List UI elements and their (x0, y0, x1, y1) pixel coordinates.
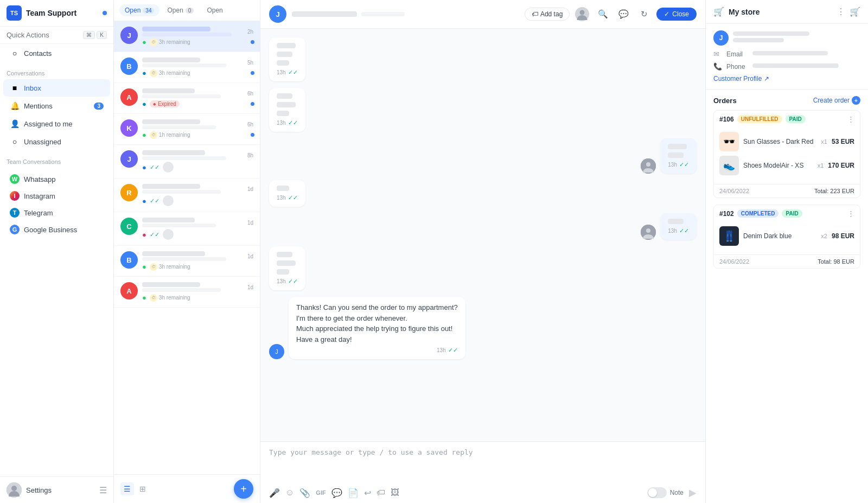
svg-point-1 (11, 486, 17, 491)
conv-item-7[interactable]: C 1d ● ✓✓ (114, 212, 260, 246)
settings-icon[interactable]: ☰ (99, 485, 107, 495)
attach-icon[interactable]: 📎 (299, 488, 310, 498)
create-order-dot: + (852, 96, 860, 105)
conv-item-6[interactable]: R 1d ● ✓✓ (114, 179, 260, 212)
checkmark-icon: ✓ (664, 10, 669, 18)
unassigned-icon: ○ (10, 137, 20, 147)
orders-header: Orders Create order + (713, 96, 860, 105)
create-order-button[interactable]: Create order + (813, 96, 860, 105)
channels-section: W Whatsapp I Instagram T Telegram G Goog… (0, 167, 113, 241)
svg-point-5 (646, 162, 650, 167)
send-button[interactable]: ▶ (689, 487, 697, 499)
contact-avatar-btn[interactable] (574, 6, 590, 22)
sidebar-item-whatsapp[interactable]: W Whatsapp (3, 171, 110, 187)
order-item-shoes: 👟 Shoes ModelAir - XS x1 170 EUR (719, 156, 854, 175)
app-logo: TS (7, 5, 22, 21)
grid-view-btn[interactable]: ⊞ (136, 482, 149, 495)
team-conversations-label: Team Conversations (0, 154, 113, 167)
message-row-3: 13h ✓✓ (269, 138, 697, 174)
message-bubble-1: 13h ✓✓ (269, 37, 305, 81)
agent-avatar-msg-5 (641, 225, 656, 240)
sidebar-item-google[interactable]: G Google Business (3, 221, 110, 238)
sidebar-footer: Settings ☰ (0, 476, 113, 503)
chat-note-icon[interactable]: 💬 (331, 488, 342, 498)
unread-indicator-2 (251, 71, 254, 75)
close-button[interactable]: ✓ Close (656, 8, 697, 21)
conv-item-1[interactable]: J 2h ● ⏱ 3h remaining (114, 21, 260, 52)
order-number-102: #102 (719, 210, 734, 218)
view-toggle: ☰ ⊞ (120, 482, 149, 495)
panel-cart-icon[interactable]: 🛒 (850, 7, 860, 17)
sidebar-item-inbox[interactable]: ■ Inbox (3, 79, 110, 97)
phone-label: Phone (726, 63, 748, 71)
order-items-106: 🕶️ Sun Glasses - Dark Red x1 53 EUR 👟 Sh… (714, 128, 860, 184)
phone-icon: 📞 (713, 62, 722, 71)
message-bubble-5: 13h ✓✓ (660, 213, 697, 240)
tab-open-0[interactable]: Open 0 (162, 4, 199, 16)
shoes-price: 170 EUR (828, 162, 854, 169)
chat-contact-avatar: J (269, 5, 286, 23)
conv-status-8: ⏱ 3h remaining (150, 263, 190, 271)
unread-indicator-3 (251, 102, 254, 106)
chat-input-area: 🎤 ☺ 📎 GIF 💬 📄 ↩ 🏷 🖼 Note ▶ (260, 441, 705, 503)
tab-open-3[interactable]: Open (201, 4, 228, 16)
message-input[interactable] (269, 448, 697, 481)
denim-price: 98 EUR (832, 232, 854, 240)
note-switch[interactable] (647, 487, 667, 498)
conv-item-4[interactable]: K 6h ● ⏱ 1h remaining (114, 114, 260, 145)
panel-menu-btn[interactable]: ⋮ (837, 7, 845, 17)
sidebar-item-contacts[interactable]: ○ Contacts (3, 44, 110, 62)
reply-icon[interactable]: ↩ (364, 488, 371, 498)
search-button[interactable]: 🔍 (595, 6, 611, 22)
list-view-btn[interactable]: ☰ (120, 482, 134, 495)
add-tag-button[interactable]: 🏷 Add tag (525, 8, 570, 21)
gif-icon[interactable]: GIF (316, 489, 326, 496)
sidebar-item-mentions[interactable]: 🔔 Mentions 3 (3, 97, 110, 114)
orders-section: Orders Create order + #106 UNFULFILLED P… (706, 90, 868, 282)
customer-profile-link[interactable]: Customer Profile ↗ (713, 75, 860, 82)
shoes-qty: x1 (818, 162, 824, 169)
order-footer-106: 24/06/2022 Total: 223 EUR (714, 184, 860, 198)
order-payment-106: PAID (786, 115, 806, 123)
tab-open-34[interactable]: Open 34 (119, 4, 159, 16)
denim-img: 👖 (719, 226, 739, 246)
conv-item-5[interactable]: J 8h ● ✓✓ (114, 145, 260, 179)
quick-actions-label: Quick Actions (7, 31, 49, 39)
conv-avatar-4: K (120, 119, 138, 137)
file-icon[interactable]: 📄 (348, 488, 359, 498)
refresh-button[interactable]: ↻ (636, 6, 652, 22)
sidebar-item-unassigned[interactable]: ○ Unassigned (3, 133, 110, 150)
message-row-2: 13h ✓✓ (269, 88, 697, 132)
sidebar-item-instagram[interactable]: I Instagram (3, 188, 110, 204)
sidebar-item-telegram[interactable]: T Telegram (3, 205, 110, 221)
order-item-sunglasses: 🕶️ Sun Glasses - Dark Red x1 53 EUR (719, 132, 854, 151)
sidebar-item-assigned[interactable]: 👤 Assigned to me (3, 115, 110, 132)
image-icon[interactable]: 🖼 (391, 488, 399, 498)
order-menu-102[interactable]: ⋮ (847, 209, 854, 218)
conversation-items: J 2h ● ⏱ 3h remaining (114, 21, 260, 474)
message-row-1: 13h ✓✓ (269, 37, 697, 81)
whatsapp-ch-icon: ● (142, 38, 146, 46)
tag-icon: 🏷 (532, 10, 538, 18)
user-avatar-msg-7: J (269, 344, 284, 359)
conv-item-3[interactable]: A 6h ● ● Expired (114, 83, 260, 114)
label-icon[interactable]: 🏷 (376, 488, 385, 498)
conv-item-2[interactable]: B 5h ● ⏱ 3h remaining (114, 52, 260, 83)
chat-bubble-button[interactable]: 💬 (615, 6, 631, 22)
add-conversation-btn[interactable]: + (234, 479, 253, 499)
message-bubble-4: 13h ✓✓ (269, 180, 305, 207)
telegram-icon: T (10, 208, 20, 218)
conv-item-8[interactable]: B 1d ● ⏱ 3h remaining (114, 246, 260, 277)
order-card-header-106: #106 UNFULFILLED PAID ⋮ (714, 111, 860, 128)
svg-point-7 (646, 228, 650, 233)
email-icon: ✉ (713, 50, 722, 58)
telegram-ch-icon-3: ● (142, 100, 146, 108)
facebook-ch-icon-5: ● (142, 163, 146, 171)
quick-actions-bar[interactable]: Quick Actions ⌘ K (0, 27, 113, 44)
emoji-icon[interactable]: ☺ (285, 488, 294, 498)
contacts-label: Contacts (24, 49, 104, 58)
order-menu-106[interactable]: ⋮ (847, 115, 854, 123)
microphone-icon[interactable]: 🎤 (269, 488, 280, 498)
msg-meta-4: 13h ✓✓ (277, 194, 298, 201)
conv-item-9[interactable]: A 1d ● ⏱ 3h remaining (114, 277, 260, 308)
